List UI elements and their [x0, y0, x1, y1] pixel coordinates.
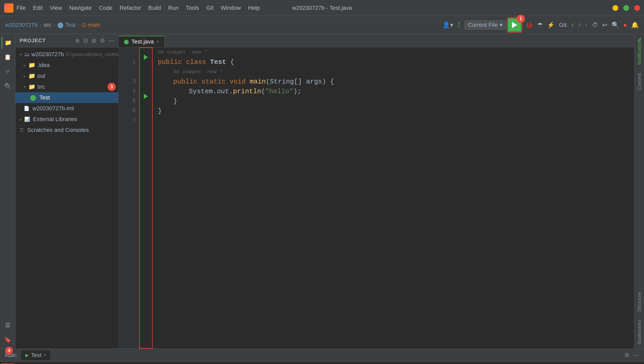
vcs-icon[interactable]: ⤴ — [457, 21, 460, 29]
menu-git[interactable]: Git — [206, 5, 213, 11]
profiler-icon[interactable]: ⚡ — [547, 21, 555, 29]
run-minimize-icon[interactable]: — — [633, 352, 639, 359]
activity-structure[interactable]: ☰ — [2, 319, 14, 332]
project-label: Project — [20, 38, 71, 44]
maximize-button[interactable] — [623, 5, 629, 11]
avatar-icon[interactable]: ● — [623, 21, 627, 29]
brace-open: { — [230, 57, 234, 67]
activity-git[interactable]: ⑂ — [2, 65, 14, 78]
update-icon[interactable]: ⏱ — [592, 21, 598, 29]
expand-icon[interactable]: ⊞ — [92, 37, 96, 44]
close-button[interactable] — [634, 5, 640, 11]
libs-label: External Libraries — [33, 116, 77, 123]
tab-label: Test.java — [131, 38, 154, 45]
menu-view[interactable]: View — [50, 5, 62, 11]
close-sidebar-icon[interactable]: — — [109, 37, 114, 44]
editor-tabs: ⬤ Test.java × — [119, 34, 634, 47]
run-main-button[interactable] — [139, 87, 152, 106]
run-label-container: Run: 4 — [5, 352, 17, 359]
git-label: Git: — [559, 22, 568, 28]
tab-java-icon: ⬤ — [124, 39, 129, 45]
menu-refactor[interactable]: Refactor — [120, 5, 141, 11]
scratches-label: Scratches and Consoles — [27, 127, 89, 133]
structure-label[interactable]: Structure — [635, 288, 643, 316]
run-tab-label: Test — [31, 352, 41, 359]
code-line-7 — [153, 116, 634, 126]
run-tab-close[interactable]: × — [44, 352, 46, 358]
commit-label[interactable]: Commit — [635, 69, 643, 94]
tab-close-icon[interactable]: × — [156, 39, 159, 45]
account-icon[interactable]: 👤▾ — [442, 21, 453, 29]
right-sidebar: Notifications Commit Structure Bookmarks… — [634, 34, 644, 349]
activity-commit[interactable]: 📋 — [2, 51, 14, 63]
breadcrumb-main[interactable]: ⊙ main — [81, 22, 100, 28]
tree-item-scratches[interactable]: 🗒 Scratches and Consoles — [15, 125, 118, 136]
app-logo — [4, 3, 13, 13]
new-file-icon[interactable]: ⊕ — [75, 37, 80, 44]
search-icon[interactable]: 🔍 — [612, 21, 619, 29]
menu-code[interactable]: Code — [99, 5, 113, 11]
minimize-button[interactable] — [613, 5, 618, 11]
current-file-dropdown[interactable]: Current File ▾ — [465, 20, 506, 30]
kw-void: void — [229, 77, 250, 87]
run-class-button[interactable] — [139, 47, 152, 67]
run-settings-icon[interactable]: ⚙ — [624, 352, 630, 359]
code-content[interactable]: no usages new * public class Test { no u… — [153, 47, 634, 349]
debug-icon[interactable]: 🐞 — [525, 21, 533, 29]
line-numbers: 1 3 4 5 6 7 — [119, 47, 139, 349]
libs-arrow: ▸ — [20, 117, 22, 122]
run-class-triangle — [144, 55, 148, 60]
expand-root-arrow: ▾ — [20, 52, 22, 57]
menu-edit[interactable]: Edit — [33, 5, 43, 11]
breadcrumb-project[interactable]: w20230727b — [5, 22, 38, 28]
collapse-icon[interactable]: ⊟ — [83, 37, 88, 44]
menu-build[interactable]: Build — [148, 5, 161, 11]
run-config-area: Current File ▾ 1 — [465, 18, 521, 32]
coverage-icon[interactable]: ☂ — [537, 21, 543, 29]
test-label: Test — [39, 94, 50, 101]
tree-item-idea[interactable]: ▸ 📁 .idea — [15, 60, 118, 71]
folder-icon: 📁 — [28, 62, 35, 69]
notification-icon[interactable]: 🔔 — [631, 21, 639, 29]
current-file-label: Current File — [468, 22, 498, 28]
idea-arrow: ▸ — [24, 63, 26, 68]
out-folder-icon: 📁 — [28, 73, 35, 79]
menu-help[interactable]: Help — [248, 5, 260, 11]
titlebar: File Edit View Navigate Code Refactor Bu… — [0, 0, 644, 16]
activity-project[interactable]: 📁 — [2, 37, 14, 49]
project-name: w20230727b — [31, 51, 64, 58]
kw-public-2: public — [173, 77, 201, 87]
sidebar-header: Project ⊕ ⊟ ⊞ ⚙ — — [15, 34, 118, 47]
tree-item-libraries[interactable]: ▸ 📊 External Libraries — [15, 114, 118, 125]
tree-item-iml[interactable]: 📄 w20230727b.iml — [15, 103, 118, 114]
tree-item-out[interactable]: ▸ 📁 out — [15, 71, 118, 81]
kw-class: class — [186, 57, 210, 67]
menu-window[interactable]: Window — [221, 5, 241, 11]
tree-item-src[interactable]: ▾ 📁 src 3 — [15, 81, 118, 92]
activity-plugins[interactable]: 🔌 — [2, 80, 14, 92]
toolbar: w20230727b › src › ⬤ Test › ⊙ main 👤▾ ⤴ … — [0, 16, 644, 34]
tree-item-test[interactable]: ⬤ Test — [15, 92, 118, 103]
menu-file[interactable]: File — [16, 5, 26, 11]
run-triangle-icon — [512, 22, 517, 28]
tree-item-root[interactable]: ▾ 🗂 w20230727b D:\javacode\java_code\w20… — [15, 49, 118, 60]
activity-bookmarks[interactable]: 🔖 — [2, 334, 14, 346]
tab-test-java[interactable]: ⬤ Test.java × — [119, 36, 164, 47]
paren3: ); — [293, 87, 301, 96]
code-line-3: public static void main(String[] args) { — [153, 77, 634, 87]
undo-icon[interactable]: ↩ — [602, 21, 607, 29]
bookmarks-label[interactable]: Bookmarks — [635, 316, 643, 349]
menu-navigate[interactable]: Navigate — [69, 5, 92, 11]
git-push-icon[interactable]: ↑ — [585, 22, 588, 28]
run-tab-test[interactable]: ▶ Test × — [21, 350, 50, 360]
code-hint-line-1: no usages new * — [153, 47, 634, 57]
breadcrumb-src[interactable]: src — [44, 22, 51, 28]
gutter-hint2 — [122, 67, 136, 77]
system-obj: System — [189, 87, 213, 96]
settings-icon[interactable]: ⚙ — [100, 37, 105, 44]
check-icon: ✓ — [637, 36, 642, 44]
menu-tools[interactable]: Tools — [186, 5, 199, 11]
breadcrumb-test[interactable]: ⬤ Test — [57, 22, 76, 28]
project-icon: 🗂 — [24, 52, 29, 57]
menu-run[interactable]: Run — [168, 5, 178, 11]
